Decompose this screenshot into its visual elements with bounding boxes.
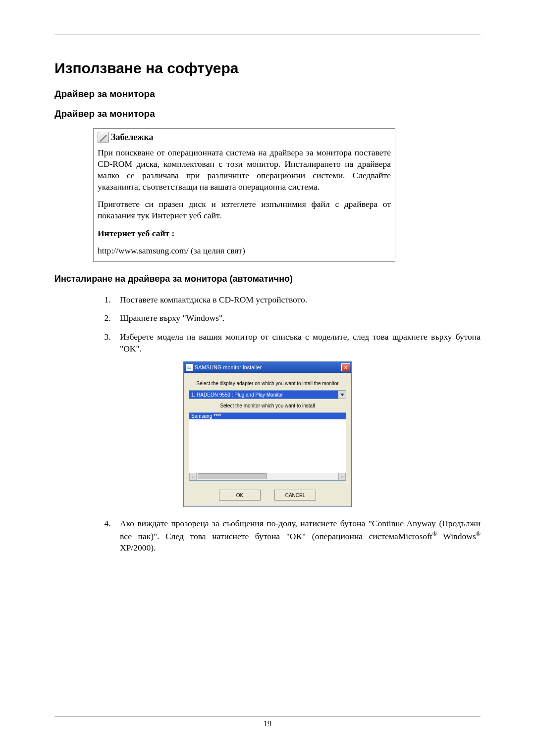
- step-3: Изберете модела на вашия монитор от спис…: [113, 331, 481, 354]
- adapter-combobox[interactable]: 1. RADEON 9550 : Plug and Play Monitor: [189, 390, 346, 399]
- page-footer: 19: [54, 716, 481, 728]
- heading-driver-1: Драйвер за монитора: [54, 89, 481, 100]
- app-icon: ▭: [186, 364, 193, 371]
- monitor-listbox[interactable]: Samsung **** ‹ ›: [189, 412, 346, 481]
- note-paragraph-1: При поискване от операционната система н…: [98, 147, 391, 193]
- scroll-track[interactable]: [197, 473, 338, 480]
- ok-button[interactable]: OK: [219, 490, 261, 501]
- note-icon: [98, 132, 109, 143]
- step-1: Поставете компактдиска в CD-ROM устройст…: [113, 294, 481, 306]
- close-button[interactable]: ×: [341, 363, 350, 371]
- adapter-label: Select the display adapter on which you …: [189, 381, 346, 386]
- step-4: Ако виждате прозореца за съобщения по-до…: [113, 518, 481, 554]
- scroll-thumb[interactable]: [198, 473, 267, 479]
- installer-titlebar: ▭ SAMSUNG monitor installer ×: [184, 362, 351, 373]
- chevron-down-icon[interactable]: [338, 391, 346, 399]
- note-paragraph-2: Пригответе си празен диск и изтеглете из…: [98, 199, 391, 221]
- cancel-button[interactable]: CANCEL: [274, 490, 316, 501]
- note-website-label: Интернет уеб сайт :: [98, 228, 391, 239]
- heading-driver-2: Драйвер за монитора: [54, 108, 481, 119]
- page-title: Използване на софтуера: [54, 60, 481, 77]
- top-rule: [54, 35, 481, 35]
- scroll-right-button[interactable]: ›: [338, 473, 346, 480]
- heading-install-auto: Инсталиране на драйвера за монитора (авт…: [54, 274, 481, 284]
- note-title: Забележка: [111, 132, 154, 143]
- note-url: http://www.samsung.com/ (за целия свят): [98, 245, 391, 256]
- page-number: 19: [264, 719, 271, 728]
- horizontal-scrollbar[interactable]: ‹ ›: [189, 473, 346, 480]
- monitor-label: Select the monitor which you want to ins…: [189, 403, 346, 408]
- note-box: Забележка При поискване от операционната…: [93, 128, 395, 262]
- installer-window: ▭ SAMSUNG monitor installer × Select the…: [183, 361, 352, 507]
- adapter-selected: 1. RADEON 9550 : Plug and Play Monitor: [189, 391, 338, 399]
- monitor-selected[interactable]: Samsung ****: [189, 413, 346, 419]
- installer-title: SAMSUNG monitor installer: [195, 364, 262, 370]
- step-2: Щракнете върху "Windows".: [113, 312, 481, 324]
- scroll-left-button[interactable]: ‹: [189, 473, 197, 480]
